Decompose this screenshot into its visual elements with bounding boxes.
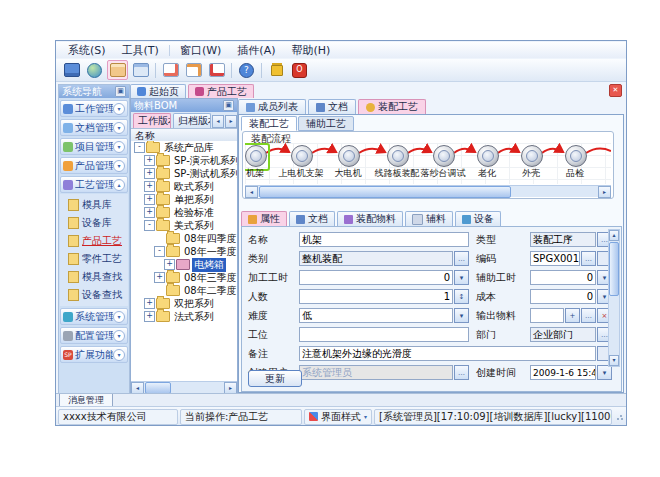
tab-auxiliary-materials[interactable]: 辅料	[405, 211, 453, 226]
chevron-down-icon[interactable]: ▾	[113, 311, 125, 323]
sidebar-item-mold-library[interactable]: 模具库	[60, 196, 128, 214]
tab-member-list[interactable]: 成员列表	[238, 99, 306, 114]
dropdown-icon[interactable]: ▾	[454, 308, 469, 323]
flow-node-icon[interactable]	[387, 145, 409, 167]
network-button[interactable]	[84, 60, 105, 80]
subtab-auxiliary[interactable]: 辅助工艺	[298, 116, 354, 131]
cost-field[interactable]: 0▾	[530, 289, 612, 304]
delete-document-button[interactable]	[206, 60, 227, 80]
help-button[interactable]: ?	[236, 60, 257, 80]
tree-expand-toggle[interactable]: +	[144, 168, 155, 179]
chevron-down-icon[interactable]: ▾	[113, 141, 125, 153]
chevron-down-icon[interactable]: ▾	[113, 330, 125, 342]
new-document-button[interactable]	[160, 60, 181, 80]
flow-node-label[interactable]: 品检	[544, 167, 606, 180]
tree-row[interactable]: +欧式系列	[131, 180, 237, 193]
tab-attributes[interactable]: 属性	[241, 211, 287, 226]
spinner-icon[interactable]: ↕	[454, 289, 469, 304]
close-document-icon[interactable]: ✕	[609, 84, 622, 97]
tree-row[interactable]: -08年一季度	[131, 245, 237, 258]
menu-help[interactable]: 帮助(H)	[283, 42, 338, 59]
scrollbar-thumb[interactable]	[609, 242, 619, 296]
tree-node-label[interactable]: 系统产品库	[162, 141, 216, 155]
flow-node-icon[interactable]	[291, 145, 313, 167]
tree-node-label[interactable]: 08年三季度	[182, 271, 237, 285]
tree-row[interactable]: +SP-演示机系列	[131, 154, 237, 167]
sidebar-item-equipment-library[interactable]: 设备库	[60, 214, 128, 232]
scroll-down-icon[interactable]: ▾	[609, 355, 619, 366]
tree-row[interactable]: 08年四季度	[131, 232, 237, 245]
code-value[interactable]: SPGX001	[530, 251, 580, 266]
system-monitor-button[interactable]	[61, 60, 82, 80]
exit-button[interactable]: O	[289, 60, 310, 80]
name-value[interactable]: 机架	[299, 232, 469, 247]
tree-expand-toggle[interactable]: +	[154, 272, 165, 283]
tab-prop-documents[interactable]: 文档	[289, 211, 335, 226]
menu-plugins[interactable]: 插件(A)	[229, 42, 283, 59]
tree-node-label[interactable]: 08年一季度	[182, 245, 237, 259]
edit-document-button[interactable]	[183, 60, 204, 80]
subtab-assembly[interactable]: 装配工艺	[241, 116, 297, 131]
tree-node-label[interactable]: SP-测试机系列	[172, 167, 237, 181]
tree-row[interactable]: +单把系列	[131, 193, 237, 206]
tree-node-label[interactable]: 08年四季度	[182, 232, 237, 246]
sidebar-group-process[interactable]: 工艺管理▴	[60, 176, 128, 193]
add-icon[interactable]: +	[565, 308, 580, 323]
sidebar-item-part-process[interactable]: 零件工艺	[60, 250, 128, 268]
type-field[interactable]: 装配工序…	[530, 232, 612, 247]
tree-expand-toggle[interactable]: +	[144, 155, 155, 166]
ellipsis-button[interactable]: …	[454, 251, 469, 266]
create-time-field[interactable]: 2009-1-6 15:47:24▾	[530, 365, 612, 380]
chevron-down-icon[interactable]: ▾	[113, 103, 125, 115]
scroll-up-icon[interactable]: ▴	[609, 230, 619, 241]
tree-expand-toggle[interactable]: +	[144, 207, 155, 218]
sidebar-item-equipment-search[interactable]: 设备查找	[60, 286, 128, 304]
sidebar-group-system[interactable]: 系统管理▾	[60, 308, 128, 325]
tab-documents[interactable]: 文档	[308, 99, 356, 114]
tab-equipment[interactable]: 设备	[455, 211, 501, 226]
remark-field[interactable]: 注意机架外边缘的光滑度	[299, 346, 612, 361]
tree-row[interactable]: -美式系列	[131, 219, 237, 232]
tab-scroll-right-icon[interactable]: ▸	[225, 115, 237, 128]
tree-node-label[interactable]: SP-演示机系列	[172, 154, 237, 168]
tab-product-process[interactable]: 产品工艺	[188, 84, 254, 98]
dropdown-icon[interactable]: ▾	[597, 365, 612, 380]
tree-row[interactable]: +法式系列	[131, 310, 237, 323]
sidebar-group-project[interactable]: 项目管理▾	[60, 138, 128, 155]
tree-row[interactable]: +双把系列	[131, 297, 237, 310]
work-hours-field[interactable]: 0▾	[299, 270, 469, 285]
category-value[interactable]: 整机装配	[299, 251, 453, 266]
tree-node-label[interactable]: 法式系列	[172, 310, 216, 324]
difficulty-field[interactable]: 低▾	[299, 308, 469, 323]
flow-canvas[interactable]: 机架 上电机支架 大电机 线路板装配 落纱台调试 老化 外壳 品检	[245, 143, 611, 184]
scroll-left-icon[interactable]: ◂	[245, 186, 258, 198]
cost-value[interactable]: 0	[530, 289, 596, 304]
tree-node-label[interactable]: 双把系列	[172, 297, 216, 311]
tree-node-label[interactable]: 欧式系列	[172, 180, 216, 194]
name-field[interactable]: 机架	[299, 232, 469, 247]
type-value[interactable]: 装配工序	[530, 232, 596, 247]
tree-node-label[interactable]: 单把系列	[172, 193, 216, 207]
tree-node-label[interactable]: 美式系列	[172, 219, 216, 233]
tree-expand-toggle[interactable]: -	[144, 220, 155, 231]
tree-expand-toggle[interactable]: -	[154, 246, 165, 257]
tab-working-version[interactable]: 工作版本	[133, 113, 171, 128]
pushpin-icon[interactable]: ▣	[223, 100, 234, 111]
tree-expand-toggle[interactable]: +	[164, 259, 175, 270]
aux-hours-field[interactable]: 0▾	[530, 270, 612, 285]
tab-archived-version[interactable]: 归档版本	[173, 113, 211, 128]
sidebar-group-product[interactable]: 产品管理▾	[60, 157, 128, 174]
tree-expand-toggle[interactable]: +	[144, 194, 155, 205]
ui-style-button[interactable]: 界面样式 ▾	[304, 409, 372, 425]
tree-node-label[interactable]: 检验标准	[172, 206, 216, 220]
tree-row[interactable]: -系统产品库	[131, 141, 237, 154]
output-material-field[interactable]: +…×	[530, 308, 612, 323]
flow-node-icon[interactable]	[521, 145, 543, 167]
code-field[interactable]: SPGX001…	[530, 251, 612, 266]
pushpin-icon[interactable]: ▣	[115, 86, 126, 97]
flow-node-icon[interactable]	[433, 145, 455, 167]
tab-assembly-process[interactable]: 装配工艺	[358, 99, 426, 114]
menu-tools[interactable]: 工具(T)	[114, 42, 167, 59]
station-value[interactable]	[299, 327, 469, 342]
chevron-up-icon[interactable]: ▴	[113, 179, 125, 191]
